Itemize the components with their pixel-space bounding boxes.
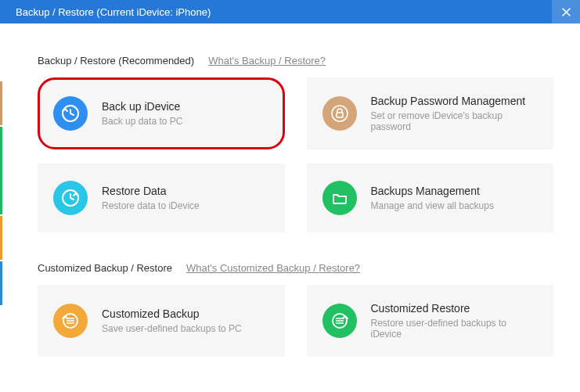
custom-backup-icon [53,304,88,338]
restore-clock-icon [53,181,88,215]
card-text: Back up iDevice Back up data to PC [102,100,182,127]
lock-icon [322,96,357,131]
card-title: Customized Restore [371,302,540,315]
section-header-recommended: Backup / Restore (Recommended) What's Ba… [38,55,553,67]
window-title: Backup / Restore (Current iDevice: iPhon… [16,6,211,18]
card-backups-management[interactable]: Backups Management Manage and view all b… [307,164,554,232]
custom-restore-icon [322,304,357,338]
close-icon [562,8,571,16]
backup-clock-icon [53,96,88,131]
folder-icon [322,181,357,215]
card-sub: Manage and view all backups [371,200,494,211]
card-sub: Restore user-defined backups to iDevice [371,318,540,340]
card-title: Restore Data [102,185,200,197]
card-text: Backups Management Manage and view all b… [371,185,494,211]
card-title: Customized Backup [102,307,242,320]
card-restore-data[interactable]: Restore Data Restore data to iDevice [38,164,285,232]
card-sub: Save user-defined backups to PC [102,323,242,334]
section-title-customized: Customized Backup / Restore [38,262,172,274]
card-text: Backup Password Management Set or remove… [371,95,540,132]
card-title: Backup Password Management [371,95,540,107]
card-title: Backups Management [371,185,494,197]
card-sub: Set or remove iDevice's backup password [371,110,540,132]
card-text: Customized Backup Save user-defined back… [102,307,242,334]
help-link-recommended[interactable]: What's Backup / Restore? [208,55,326,67]
section-title-recommended: Backup / Restore (Recommended) [38,55,194,67]
card-customized-restore[interactable]: Customized Restore Restore user-defined … [307,285,554,357]
titlebar: Backup / Restore (Current iDevice: iPhon… [0,0,580,23]
card-sub: Restore data to iDevice [102,200,200,211]
card-text: Customized Restore Restore user-defined … [371,302,540,340]
main-content: Backup / Restore (Recommended) What's Ba… [0,23,580,357]
grid-customized: Customized Backup Save user-defined back… [38,285,553,357]
card-customized-backup[interactable]: Customized Backup Save user-defined back… [38,285,285,357]
card-sub: Back up data to PC [102,116,182,127]
help-link-customized[interactable]: What's Customized Backup / Restore? [186,262,360,274]
section-header-customized: Customized Backup / Restore What's Custo… [38,262,553,274]
left-edge-strips [0,30,2,307]
grid-recommended: Back up iDevice Back up data to PC Backu… [38,77,553,232]
card-text: Restore Data Restore data to iDevice [102,185,200,211]
svg-point-1 [332,106,348,121]
close-button[interactable] [552,0,580,23]
card-title: Back up iDevice [102,100,182,113]
card-backup-idevice[interactable]: Back up iDevice Back up data to PC [38,77,285,149]
svg-rect-2 [337,113,343,117]
card-password-management[interactable]: Backup Password Management Set or remove… [307,77,554,149]
